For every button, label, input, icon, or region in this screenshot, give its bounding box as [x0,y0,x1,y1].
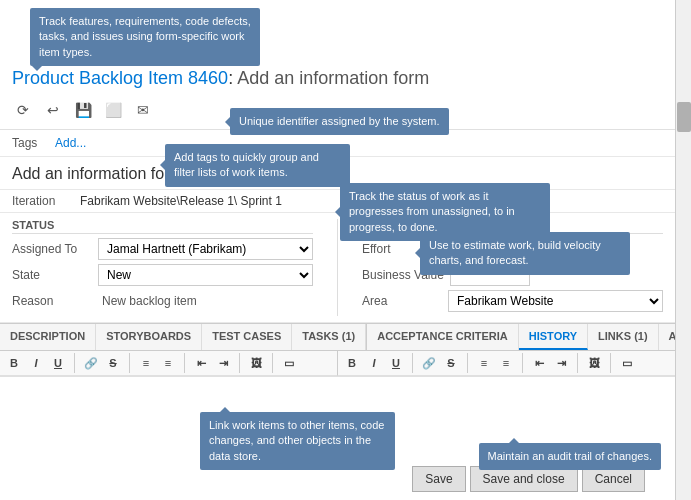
tab-history[interactable]: HISTORY [519,324,588,350]
tab-tasks[interactable]: TASKS (1) [292,324,366,350]
iteration-label: Iteration [12,194,72,208]
extra-btn-left[interactable]: ▭ [279,353,299,373]
tooltip-link-work-items: Link work items to other items, code cha… [200,412,395,470]
ol-btn-left[interactable]: ≡ [158,353,178,373]
fields-divider [337,219,338,316]
outdent-btn-right[interactable]: ⇤ [529,353,549,373]
ul-btn-left[interactable]: ≡ [136,353,156,373]
right-format-section: B I U [342,353,413,373]
tab-storyboards[interactable]: STORYBOARDS [96,324,202,350]
bold-btn-left[interactable]: B [4,353,24,373]
page-title: Product Backlog Item 8460: Add an inform… [12,68,663,89]
tooltip-unique-id: Unique identifier assigned by the system… [230,108,449,135]
tooltip-add-tags: Add tags to quickly group and filter lis… [165,144,350,187]
status-section: STATUS Assigned To Jamal Hartnett (Fabri… [12,219,313,316]
link-btn-left[interactable]: 🔗 [81,353,101,373]
underline-btn-right[interactable]: U [386,353,406,373]
tags-label: Tags [12,136,47,150]
undo-icon[interactable]: ↩ [42,99,64,121]
right-list-section: ≡ ≡ [474,353,523,373]
image-btn-left[interactable]: 🖼 [246,353,266,373]
copy-icon[interactable]: ⬜ [102,99,124,121]
state-select[interactable]: New [98,264,313,286]
strikethrough-btn-right[interactable]: S [441,353,461,373]
right-img-section: 🖼 [584,353,611,373]
left-indent-section: ⇤ ⇥ [191,353,240,373]
area-row: Area Fabrikam Website [362,290,663,312]
area-select[interactable]: Fabrikam Website [448,290,663,312]
right-style-section: 🔗 S [419,353,468,373]
save-button[interactable]: Save [412,466,465,492]
left-list-section: ≡ ≡ [136,353,185,373]
tab-attachments[interactable]: ATTACHM... [659,324,675,350]
state-row: State New [12,264,313,286]
underline-btn-left[interactable]: U [48,353,68,373]
scroll-thumb[interactable] [677,102,691,132]
assigned-to-select[interactable]: Jamal Hartnett (Fabrikam) [98,238,313,260]
save-to-disk-icon[interactable]: 💾 [72,99,94,121]
image-btn-right[interactable]: 🖼 [584,353,604,373]
reason-value [98,290,313,312]
main-container: Track features, requirements, code defec… [0,0,691,500]
state-value: New [98,264,313,286]
backlog-item-link[interactable]: Product Backlog Item 8460 [12,68,228,88]
tabs-container: DESCRIPTION STORYBOARDS TEST CASES TASKS… [0,323,675,377]
outdent-btn-left[interactable]: ⇤ [191,353,211,373]
right-extra-section: ▭ [617,353,643,373]
tooltip-track-features: Track features, requirements, code defec… [30,8,260,66]
ol-btn-right[interactable]: ≡ [496,353,516,373]
left-style-section: 🔗 S [81,353,130,373]
right-editor-toolbar: B I U 🔗 S ≡ ≡ ⇤ ⇥ [338,351,675,376]
tab-links[interactable]: LINKS (1) [588,324,659,350]
tab-test-cases[interactable]: TEST CASES [202,324,292,350]
indent-btn-right[interactable]: ⇥ [551,353,571,373]
tab-acceptance-criteria[interactable]: ACCEPTANCE CRITERIA [367,324,519,350]
left-editor-toolbar: B I U 🔗 S ≡ ≡ ⇤ ⇥ [0,351,338,376]
bold-btn-right[interactable]: B [342,353,362,373]
status-header: STATUS [12,219,313,234]
assigned-to-row: Assigned To Jamal Hartnett (Fabrikam) [12,238,313,260]
italic-btn-right[interactable]: I [364,353,384,373]
email-icon[interactable]: ✉ [132,99,154,121]
left-img-section: 🖼 [246,353,273,373]
reason-input [98,290,313,312]
tab-description[interactable]: DESCRIPTION [0,324,96,350]
tooltip-estimate-work: Use to estimate work, build velocity cha… [420,232,630,275]
tooltip-audit-trail: Maintain an audit trail of changes. [479,443,662,470]
refresh-icon[interactable]: ⟳ [12,99,34,121]
left-format-section: B I U [4,353,75,373]
area-value: Fabrikam Website [448,290,663,312]
state-label: State [12,268,92,282]
assigned-to-label: Assigned To [12,242,92,256]
strikethrough-btn-left[interactable]: S [103,353,123,373]
reason-row: Reason [12,290,313,312]
extra-btn-right[interactable]: ▭ [617,353,637,373]
ul-btn-right[interactable]: ≡ [474,353,494,373]
link-btn-right[interactable]: 🔗 [419,353,439,373]
indent-btn-left[interactable]: ⇥ [213,353,233,373]
area-label: Area [362,294,442,308]
assigned-to-value: Jamal Hartnett (Fabrikam) [98,238,313,260]
italic-btn-left[interactable]: I [26,353,46,373]
tags-add-button[interactable]: Add... [55,136,86,150]
tabs-row: DESCRIPTION STORYBOARDS TEST CASES TASKS… [0,324,675,351]
left-extra-section: ▭ [279,353,305,373]
scrollbar[interactable] [675,0,691,500]
right-indent-section: ⇤ ⇥ [529,353,578,373]
reason-label: Reason [12,294,92,308]
iteration-value: Fabrikam Website\Release 1\ Sprint 1 [80,194,282,208]
